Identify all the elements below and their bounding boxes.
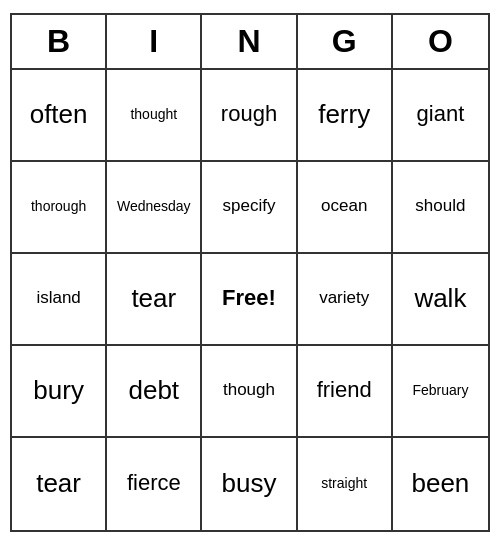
bingo-cell: fierce [107, 438, 202, 530]
bingo-cell: often [12, 70, 107, 162]
cell-text: tear [36, 468, 81, 499]
cell-text: been [411, 468, 469, 499]
header-letter: O [393, 15, 488, 68]
cell-text: friend [317, 377, 372, 403]
bingo-cell: giant [393, 70, 488, 162]
bingo-card: BINGO oftenthoughtroughferrygiantthoroug… [10, 13, 490, 532]
cell-text: thorough [31, 198, 86, 215]
bingo-cell: variety [298, 254, 393, 346]
bingo-cell: walk [393, 254, 488, 346]
bingo-cell: rough [202, 70, 297, 162]
cell-text: variety [319, 288, 369, 308]
cell-text: February [412, 382, 468, 399]
bingo-cell: ocean [298, 162, 393, 254]
cell-text: Free! [222, 285, 276, 311]
bingo-cell: straight [298, 438, 393, 530]
bingo-cell: tear [12, 438, 107, 530]
bingo-cell: friend [298, 346, 393, 438]
header-letter: B [12, 15, 107, 68]
cell-text: tear [131, 283, 176, 314]
cell-text: though [223, 380, 275, 400]
cell-text: walk [414, 283, 466, 314]
bingo-cell: thorough [12, 162, 107, 254]
cell-text: ferry [318, 99, 370, 130]
cell-text: busy [222, 468, 277, 499]
cell-text: fierce [127, 470, 181, 496]
cell-text: should [415, 196, 465, 216]
cell-text: thought [130, 106, 177, 123]
bingo-cell: specify [202, 162, 297, 254]
bingo-cell: debt [107, 346, 202, 438]
header-letter: I [107, 15, 202, 68]
cell-text: bury [33, 375, 84, 406]
cell-text: often [30, 99, 88, 130]
bingo-cell: ferry [298, 70, 393, 162]
bingo-cell: February [393, 346, 488, 438]
bingo-cell: busy [202, 438, 297, 530]
cell-text: ocean [321, 196, 367, 216]
cell-text: island [36, 288, 80, 308]
bingo-cell: been [393, 438, 488, 530]
bingo-grid: oftenthoughtroughferrygiantthoroughWedne… [12, 70, 488, 530]
header-letter: G [298, 15, 393, 68]
cell-text: giant [417, 101, 465, 127]
bingo-cell: should [393, 162, 488, 254]
cell-text: rough [221, 101, 277, 127]
cell-text: specify [223, 196, 276, 216]
bingo-cell: Free! [202, 254, 297, 346]
bingo-cell: though [202, 346, 297, 438]
cell-text: Wednesday [117, 198, 191, 215]
bingo-cell: tear [107, 254, 202, 346]
bingo-cell: island [12, 254, 107, 346]
bingo-cell: bury [12, 346, 107, 438]
bingo-cell: thought [107, 70, 202, 162]
bingo-header: BINGO [12, 15, 488, 70]
header-letter: N [202, 15, 297, 68]
cell-text: debt [128, 375, 179, 406]
bingo-cell: Wednesday [107, 162, 202, 254]
cell-text: straight [321, 475, 367, 492]
